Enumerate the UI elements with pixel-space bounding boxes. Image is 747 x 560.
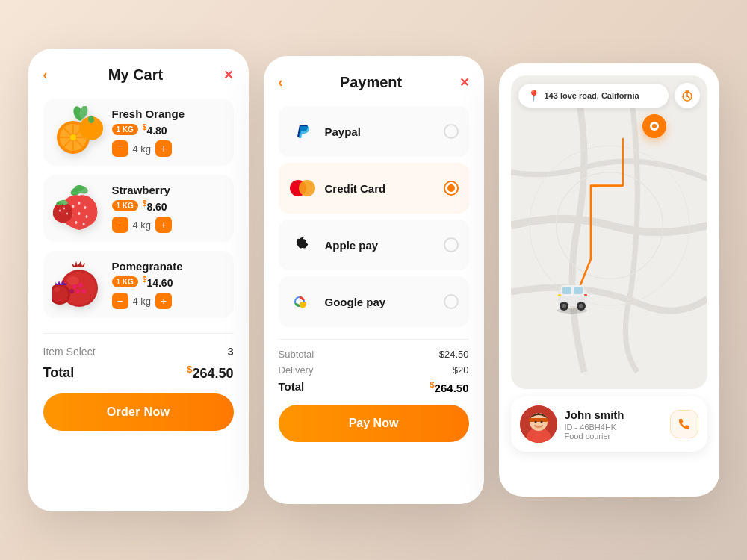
svg-point-22 xyxy=(59,210,61,212)
cart-summary: Item Select 3 Total $264.50 Order Now xyxy=(43,333,234,431)
strawberry-qty-control: − 4 kg + xyxy=(112,217,225,233)
svg-point-8 xyxy=(70,134,76,140)
svg-point-29 xyxy=(67,276,79,285)
location-pin-icon: 📍 xyxy=(527,90,540,102)
payment-screen: ‹ Payment ✕ Paypal xyxy=(264,56,484,504)
orange-badges: 1 KG $4.80 xyxy=(112,123,225,137)
svg-point-23 xyxy=(63,208,65,210)
item-select-row: Item Select 3 xyxy=(43,346,234,358)
strawberry-qty-minus[interactable]: − xyxy=(112,217,128,233)
credit-card-label: Credit Card xyxy=(325,182,444,195)
apple-pay-label: Apple pay xyxy=(325,239,444,252)
mastercard-icon xyxy=(289,175,316,202)
courier-info: John smith ID - 46BH4HK Food courier xyxy=(565,408,663,441)
cart-item-strawberry: Strawberry 1 KG $8.60 − 4 kg + xyxy=(43,175,234,242)
pomegranate-image xyxy=(52,258,105,311)
google-pay-radio[interactable] xyxy=(444,294,459,309)
orange-qty-plus[interactable]: + xyxy=(155,140,172,157)
paypal-option[interactable]: Paypal xyxy=(279,106,469,157)
map-header: 📍 143 love road, California xyxy=(518,83,700,108)
strawberry-weight: 1 KG xyxy=(112,200,138,211)
svg-point-48 xyxy=(652,124,657,128)
payment-options-list: Paypal Credit Card xyxy=(279,106,469,327)
strawberry-details: Strawberry 1 KG $8.60 − 4 kg + xyxy=(112,184,225,234)
delivery-value: $20 xyxy=(453,364,469,376)
screens-container: ‹ My Cart ✕ xyxy=(6,26,742,534)
svg-point-34 xyxy=(81,289,86,293)
address-text: 143 love road, California xyxy=(545,91,639,100)
courier-id: ID - 46BH4HK xyxy=(565,423,663,432)
map-container: 📍 143 love road, California xyxy=(511,75,707,389)
payment-back-button[interactable]: ‹ xyxy=(279,75,283,90)
svg-rect-59 xyxy=(584,294,587,296)
strawberry-qty-value: 4 kg xyxy=(133,220,152,231)
svg-point-31 xyxy=(78,283,83,287)
pomegranate-qty-minus[interactable]: − xyxy=(112,293,128,309)
strawberry-price: $8.60 xyxy=(143,199,167,213)
apple-pay-option[interactable]: Apple pay xyxy=(279,220,469,270)
cart-screen: ‹ My Cart ✕ xyxy=(28,49,249,511)
item-select-count: 3 xyxy=(228,346,234,358)
orange-image xyxy=(52,106,105,158)
orange-qty-minus[interactable]: − xyxy=(112,140,128,157)
cart-total-row: Total $264.50 xyxy=(43,364,234,382)
courier-card: John smith ID - 46BH4HK Food courier xyxy=(511,396,707,452)
map-destination-pin xyxy=(642,114,666,138)
svg-point-24 xyxy=(66,213,68,215)
pomegranate-badges: 1 KG $14.60 xyxy=(112,276,225,289)
delivery-label: Delivery xyxy=(279,364,314,376)
timer-button[interactable] xyxy=(675,83,700,108)
tracking-screen: 📍 143 love road, California xyxy=(499,63,719,497)
svg-point-64 xyxy=(534,421,536,423)
google-pay-icon xyxy=(289,288,316,315)
cart-item-orange: Fresh Orange 1 KG $4.80 − 4 kg + xyxy=(43,99,234,166)
google-pay-label: Google pay xyxy=(325,296,444,308)
apple-pay-radio[interactable] xyxy=(444,237,459,252)
svg-rect-63 xyxy=(529,418,548,422)
svg-point-37 xyxy=(54,287,60,292)
cart-total-label: Total xyxy=(43,365,75,381)
orange-price: $4.80 xyxy=(143,123,167,137)
pomegranate-qty-control: − 4 kg + xyxy=(112,293,225,309)
orange-details: Fresh Orange 1 KG $4.80 − 4 kg + xyxy=(112,108,225,158)
payment-total-label: Total xyxy=(279,380,305,394)
svg-point-21 xyxy=(82,223,84,225)
paypal-icon xyxy=(289,118,316,145)
pomegranate-qty-value: 4 kg xyxy=(133,296,152,307)
svg-point-13 xyxy=(75,185,84,191)
payment-close-button[interactable]: ✕ xyxy=(459,75,469,90)
orange-qty-control: − 4 kg + xyxy=(112,140,225,157)
apple-pay-icon xyxy=(289,231,316,258)
svg-point-57 xyxy=(579,304,583,308)
payment-title: Payment xyxy=(340,74,402,91)
paypal-label: Paypal xyxy=(325,125,444,138)
orange-name: Fresh Orange xyxy=(112,108,225,120)
pomegranate-price: $14.60 xyxy=(143,276,173,289)
courier-avatar xyxy=(520,405,557,443)
paypal-radio[interactable] xyxy=(444,124,459,139)
delivery-row: Delivery $20 xyxy=(279,364,469,376)
order-now-button[interactable]: Order Now xyxy=(43,393,234,431)
svg-rect-53 xyxy=(574,287,583,294)
delivery-car-icon xyxy=(552,273,593,314)
credit-card-option[interactable]: Credit Card xyxy=(279,163,469,214)
address-bar: 📍 143 love road, California xyxy=(518,84,669,108)
payment-total-amount: $264.50 xyxy=(430,380,468,394)
pomegranate-qty-plus[interactable]: + xyxy=(155,293,172,309)
cart-item-pomegranate: Pomegranate 1 KG $14.60 − 4 kg + xyxy=(43,251,234,318)
cart-header: ‹ My Cart ✕ xyxy=(43,66,234,84)
google-pay-option[interactable]: Google pay xyxy=(279,276,469,327)
strawberry-qty-plus[interactable]: + xyxy=(155,217,172,233)
svg-rect-58 xyxy=(558,294,561,296)
courier-role: Food courier xyxy=(565,432,663,441)
payment-header: ‹ Payment ✕ xyxy=(279,74,469,91)
cart-close-button[interactable]: ✕ xyxy=(223,68,233,82)
strawberry-image xyxy=(52,182,105,234)
credit-card-radio[interactable] xyxy=(444,181,459,196)
call-courier-button[interactable] xyxy=(670,410,698,438)
pay-now-button[interactable]: Pay Now xyxy=(279,405,469,442)
cart-back-button[interactable]: ‹ xyxy=(43,67,48,83)
pomegranate-details: Pomegranate 1 KG $14.60 − 4 kg + xyxy=(112,260,225,310)
svg-line-45 xyxy=(687,96,689,98)
svg-point-65 xyxy=(540,421,542,423)
